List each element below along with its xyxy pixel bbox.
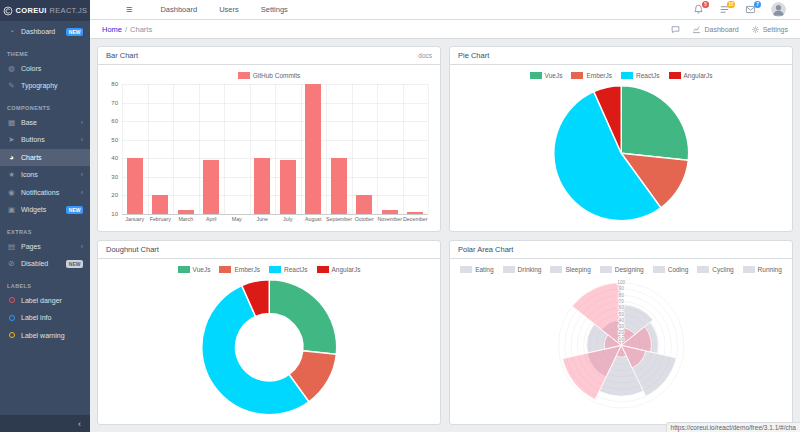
breadcrumb-home-link[interactable]: Home	[102, 25, 122, 34]
coreui-logo-icon	[3, 6, 13, 16]
legend-item[interactable]: ReactJs	[269, 266, 307, 273]
sidebar-item-pages[interactable]: ▤Pages‹	[0, 238, 90, 256]
sidebar-item-disabled[interactable]: ⊘DisabledNEW	[0, 255, 90, 273]
doughnut-chart-card-body: VueJsEmberJsReactJsAngularJs	[98, 259, 440, 425]
legend-item[interactable]: Designing	[600, 266, 644, 273]
bar	[203, 160, 219, 214]
doughnut-chart-canvas[interactable]	[106, 276, 432, 419]
legend-item[interactable]: GitHub Commits	[238, 72, 301, 79]
legend-item[interactable]: VueJs	[530, 72, 563, 79]
legend-item[interactable]: Eating	[460, 266, 493, 273]
svg-text:60: 60	[618, 305, 624, 310]
svg-text:40: 40	[618, 317, 624, 322]
sidebar-item-typography[interactable]: ✎Typography	[0, 77, 90, 95]
subheader-action-label: Dashboard	[704, 26, 738, 33]
bar-chart-legend: GitHub Commits	[106, 69, 432, 82]
legend-item[interactable]: VueJs	[178, 266, 211, 273]
legend-item[interactable]: Sleeping	[550, 266, 590, 273]
polar-chart-card-body: EatingDrinkingSleepingDesigningCodingCyc…	[450, 259, 792, 425]
chart-icon: ◕	[7, 153, 16, 162]
sidebar-item-notifications[interactable]: ◉Notifications‹	[0, 184, 90, 202]
svg-text:20: 20	[618, 330, 624, 335]
subheader-action-chat[interactable]	[671, 25, 680, 34]
header-right: 5157	[693, 2, 790, 17]
list-icon[interactable]: 15	[719, 4, 730, 15]
legend-label: Sleeping	[565, 266, 590, 273]
subheader-action-dashboard[interactable]: Dashboard	[692, 25, 738, 34]
sidebar-item-label-warning[interactable]: Label warning	[0, 327, 90, 345]
pie-chart-canvas[interactable]	[458, 82, 784, 225]
x-tick-label: January	[122, 217, 148, 222]
legend-item[interactable]: EmberJs	[571, 72, 612, 79]
x-tick-label: June	[250, 217, 276, 222]
circle-icon	[7, 297, 16, 303]
legend-item[interactable]: ReactJs	[621, 72, 659, 79]
star-icon: ★	[7, 170, 16, 179]
x-tick-label: August	[301, 217, 327, 222]
chevron-icon: ‹	[81, 119, 83, 126]
legend-item[interactable]: Cycling	[697, 266, 733, 273]
x-tick-label: May	[224, 217, 250, 222]
card-bar-chart: Bar Chart docs GitHub Commits 1020304050…	[97, 46, 441, 232]
sidebar-item-label: Typography	[21, 82, 58, 89]
sidebar-item-dashboard[interactable]: ◔DashboardNEW	[0, 23, 90, 41]
top-header: ≡ DashboardUsersSettings 5157	[90, 0, 800, 20]
bar-chart-canvas[interactable]: 1020304050607080JanuaryFebruaryMarchApri…	[106, 84, 428, 225]
sidebar-item-label: Base	[21, 119, 37, 126]
subheader-action-settings[interactable]: Settings	[751, 25, 788, 34]
legend-swatch	[503, 266, 515, 273]
sidebar-item-label: Dashboard	[21, 28, 55, 35]
sidebar-section-title: COMPONENTS	[0, 95, 90, 114]
legend-item[interactable]: AngularJs	[317, 266, 361, 273]
legend-label: ReactJs	[636, 72, 659, 79]
sidebar-section-title: EXTRAS	[0, 219, 90, 238]
header-nav-settings[interactable]: Settings	[261, 5, 288, 14]
browser-status-url: https://coreui.io/react/demo/free/3.1.1/…	[666, 422, 800, 432]
legend-label: VueJs	[545, 72, 563, 79]
polar-chart-canvas[interactable]: 102030405060708090100	[458, 276, 784, 419]
legend-item[interactable]: EmberJs	[219, 266, 260, 273]
user-avatar[interactable]	[771, 2, 786, 17]
sidebar-item-icons[interactable]: ★Icons‹	[0, 166, 90, 184]
sidebar-item-widgets[interactable]: ▣WidgetsNEW	[0, 201, 90, 219]
widgets-icon: ▣	[7, 205, 16, 214]
header-nav-dashboard[interactable]: Dashboard	[160, 5, 197, 14]
sidebar-item-label-info[interactable]: Label info	[0, 309, 90, 327]
svg-text:30: 30	[618, 324, 624, 329]
sidebar-item-label-danger[interactable]: Label danger	[0, 292, 90, 310]
sidebar-item-buttons[interactable]: ➤Buttons‹	[0, 131, 90, 149]
legend-label: Running	[758, 266, 782, 273]
legend-item[interactable]: AngularJs	[669, 72, 713, 79]
x-tick-label: July	[275, 217, 301, 222]
pie-chart-card-header: Pie Chart	[450, 47, 792, 65]
graph-icon	[692, 25, 701, 34]
card-title: Polar Area Chart	[458, 245, 513, 254]
hamburger-icon: ≡	[126, 3, 132, 15]
puzzle-icon: ▦	[7, 118, 16, 127]
sidebar-item-base[interactable]: ▦Base‹	[0, 114, 90, 132]
chevron-icon: ‹	[81, 189, 83, 196]
legend-swatch	[669, 72, 681, 79]
x-tick-label: April	[199, 217, 225, 222]
docs-link[interactable]: docs	[418, 52, 432, 59]
sidebar-nav: ◔DashboardNEWTHEME◍Colors✎TypographyCOMP…	[0, 21, 90, 415]
bell-icon[interactable]: 5	[693, 4, 704, 15]
sidebar-item-label: Label info	[21, 314, 51, 321]
speedometer-icon: ◔	[7, 27, 16, 36]
legend-item[interactable]: Running	[743, 266, 782, 273]
header-nav-users[interactable]: Users	[219, 5, 239, 14]
sidebar-toggler[interactable]: ≡	[126, 4, 132, 15]
legend-swatch	[269, 266, 281, 273]
legend-item[interactable]: Drinking	[503, 266, 542, 273]
envelope-icon[interactable]: 7	[745, 4, 756, 15]
pencil-icon: ✎	[7, 81, 16, 90]
sidebar-minimizer[interactable]: ‹	[0, 415, 90, 432]
breadcrumb-bar: Home / Charts DashboardSettings	[90, 20, 800, 39]
sidebar-item-label: Label warning	[21, 332, 65, 339]
sidebar-item-colors[interactable]: ◍Colors	[0, 60, 90, 78]
svg-text:50: 50	[618, 311, 624, 316]
legend-item[interactable]: Coding	[653, 266, 689, 273]
sidebar-item-charts[interactable]: ◕Charts	[0, 149, 90, 167]
legend-swatch	[317, 266, 329, 273]
sidebar-brand[interactable]: COREUI REACT.JS	[0, 0, 90, 21]
